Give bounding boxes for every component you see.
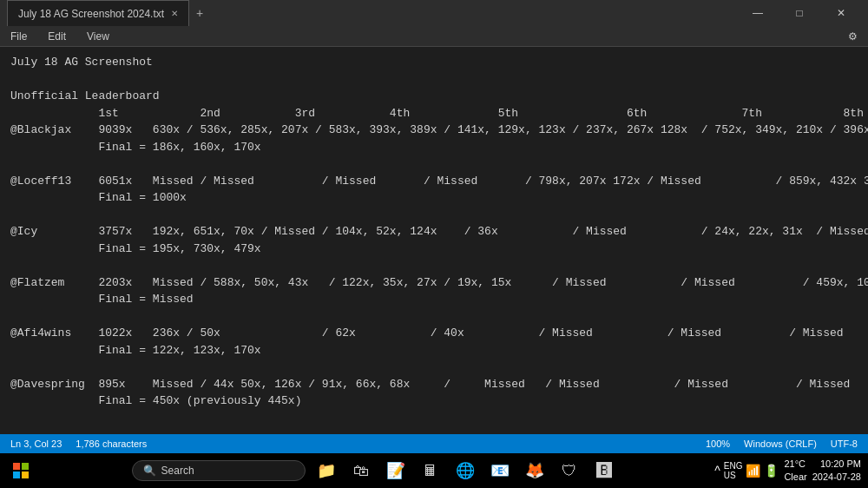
- tab-close-icon[interactable]: ✕: [171, 9, 178, 18]
- taskbar-vpn[interactable]: 🛡: [556, 457, 583, 485]
- search-box[interactable]: 🔍 Search: [132, 460, 306, 481]
- active-tab[interactable]: July 18 AG Screenshot 2024.txt ✕: [7, 0, 189, 26]
- menu-bar: File Edit View ⚙: [0, 26, 868, 47]
- taskbar-calculator[interactable]: 🖩: [417, 457, 444, 485]
- battery-icon: 🔋: [764, 464, 779, 478]
- cursor-position: Ln 3, Col 23: [10, 439, 62, 449]
- svg-rect-1: [22, 463, 29, 470]
- taskbar-browser2[interactable]: 🦊: [521, 457, 549, 485]
- settings-icon[interactable]: ⚙: [845, 29, 861, 44]
- system-tray: ^ ENG US 📶 🔋: [714, 461, 779, 480]
- status-right: 100% Windows (CRLF) UTF-8: [706, 439, 858, 449]
- language-indicator: ENG US: [724, 461, 743, 480]
- zoom-level[interactable]: 100%: [706, 439, 730, 449]
- taskbar-file-explorer[interactable]: 📁: [312, 457, 340, 485]
- tab-label: July 18 AG Screenshot 2024.txt: [18, 8, 164, 20]
- weather-temp: 21°C: [784, 458, 806, 471]
- taskbar-center: 🔍 Search 📁 🛍 📝 🖩 🌐 📧 🦊 🛡 🅱: [38, 457, 711, 485]
- svg-rect-2: [13, 472, 20, 478]
- window-controls: — □ ✕: [738, 0, 861, 26]
- maximize-button[interactable]: □: [779, 0, 819, 26]
- close-button[interactable]: ✕: [821, 0, 861, 26]
- time-display: 10:20 PM: [812, 458, 861, 471]
- new-tab-button[interactable]: +: [189, 3, 210, 23]
- status-bar: Ln 3, Col 23 1,786 characters 100% Windo…: [0, 434, 868, 453]
- weather-desc: Clear: [784, 471, 806, 484]
- menu-edit[interactable]: Edit: [44, 29, 69, 44]
- title-bar: July 18 AG Screenshot 2024.txt ✕ + — □ ✕: [0, 0, 868, 26]
- wifi-icon: 📶: [746, 464, 760, 478]
- start-button[interactable]: [7, 457, 35, 485]
- weather-widget: 21°C Clear: [784, 458, 806, 485]
- svg-rect-3: [22, 472, 29, 478]
- line-ending[interactable]: Windows (CRLF): [744, 439, 817, 449]
- tab-bar: July 18 AG Screenshot 2024.txt ✕ +: [7, 0, 738, 26]
- taskbar-notepad[interactable]: 📝: [382, 457, 410, 485]
- menu-view[interactable]: View: [83, 29, 113, 44]
- clock[interactable]: 10:20 PM 2024-07-28: [812, 458, 861, 485]
- search-label: Search: [161, 465, 194, 477]
- taskbar-right: ^ ENG US 📶 🔋 21°C Clear 10:20 PM 2024-07…: [714, 458, 861, 485]
- taskbar-app[interactable]: 🅱: [590, 457, 618, 485]
- taskbar-left: [7, 457, 35, 485]
- chevron-icon[interactable]: ^: [714, 464, 720, 478]
- svg-rect-0: [13, 463, 20, 470]
- date-display: 2024-07-28: [812, 471, 861, 484]
- taskbar-edge[interactable]: 🌐: [451, 457, 479, 485]
- search-icon: 🔍: [143, 465, 156, 477]
- taskbar-store[interactable]: 🛍: [347, 457, 375, 485]
- taskbar-mail[interactable]: 📧: [486, 457, 514, 485]
- menu-file[interactable]: File: [7, 29, 30, 44]
- char-count: 1,786 characters: [76, 439, 147, 449]
- encoding[interactable]: UTF-8: [831, 439, 858, 449]
- taskbar: 🔍 Search 📁 🛍 📝 🖩 🌐 📧 🦊 🛡 🅱 ^ ENG US 📶 🔋 …: [0, 453, 868, 488]
- text-editor[interactable]: July 18 AG Screenshot Unofficial Leaderb…: [0, 47, 868, 434]
- minimize-button[interactable]: —: [738, 0, 778, 26]
